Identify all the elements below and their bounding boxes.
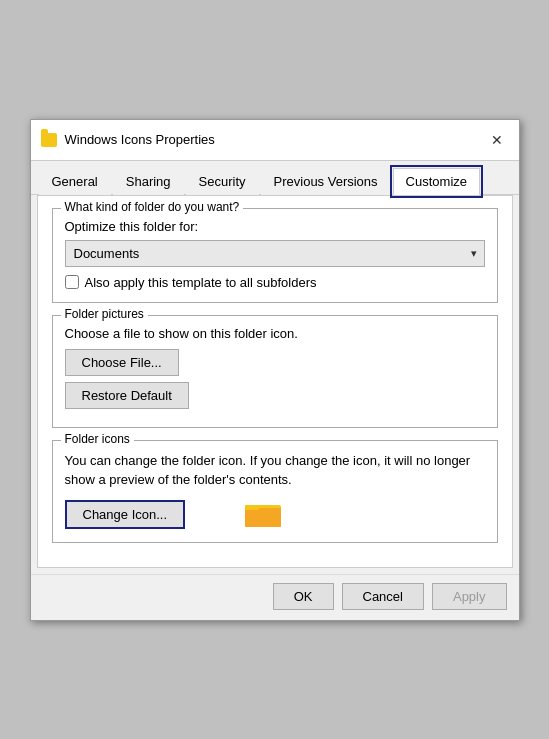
subfolder-label: Also apply this template to all subfolde… — [85, 275, 317, 290]
folder-icons-row: Change Icon... — [65, 500, 485, 530]
folder-icons-section-label: Folder icons — [61, 432, 134, 446]
tab-previous-versions[interactable]: Previous Versions — [261, 168, 391, 195]
choose-file-button[interactable]: Choose File... — [65, 349, 179, 376]
tab-bar: General Sharing Security Previous Versio… — [31, 161, 519, 195]
tab-content: What kind of folder do you want? Optimiz… — [37, 195, 513, 568]
folder-type-title: What kind of folder do you want? — [61, 200, 244, 214]
tab-security[interactable]: Security — [186, 168, 259, 195]
apply-button[interactable]: Apply — [432, 583, 507, 610]
title-bar-left: Windows Icons Properties — [41, 132, 215, 147]
close-button[interactable]: ✕ — [485, 128, 509, 152]
folder-icons-desc: You can change the folder icon. If you c… — [65, 451, 485, 490]
title-bar: Windows Icons Properties ✕ — [31, 120, 519, 161]
tab-general[interactable]: General — [39, 168, 111, 195]
svg-rect-1 — [245, 508, 281, 527]
folder-pictures-section-label: Folder pictures — [61, 307, 148, 321]
ok-button[interactable]: OK — [273, 583, 334, 610]
folder-type-select-container: General Items Documents Pictures Music V… — [65, 240, 485, 267]
folder-type-select[interactable]: General Items Documents Pictures Music V… — [65, 240, 485, 267]
svg-rect-2 — [245, 505, 259, 510]
folder-icon-title — [41, 133, 57, 147]
tab-sharing[interactable]: Sharing — [113, 168, 184, 195]
restore-default-button[interactable]: Restore Default — [65, 382, 189, 409]
change-icon-button[interactable]: Change Icon... — [65, 500, 186, 529]
tab-customize[interactable]: Customize — [393, 168, 480, 195]
optimize-label: Optimize this folder for: — [65, 219, 485, 234]
cancel-button[interactable]: Cancel — [342, 583, 424, 610]
folder-preview-icon — [245, 500, 281, 530]
folder-pictures-section: Folder pictures Choose a file to show on… — [52, 315, 498, 428]
footer: OK Cancel Apply — [31, 574, 519, 620]
folder-type-section: What kind of folder do you want? Optimiz… — [52, 208, 498, 303]
folder-icons-section: Folder icons You can change the folder i… — [52, 440, 498, 543]
subfolder-checkbox[interactable] — [65, 275, 79, 289]
properties-window: Windows Icons Properties ✕ General Shari… — [30, 119, 520, 621]
folder-icon-preview — [245, 500, 281, 530]
window-title: Windows Icons Properties — [65, 132, 215, 147]
folder-pictures-desc: Choose a file to show on this folder ico… — [65, 326, 485, 341]
subfolder-checkbox-row: Also apply this template to all subfolde… — [65, 275, 485, 290]
